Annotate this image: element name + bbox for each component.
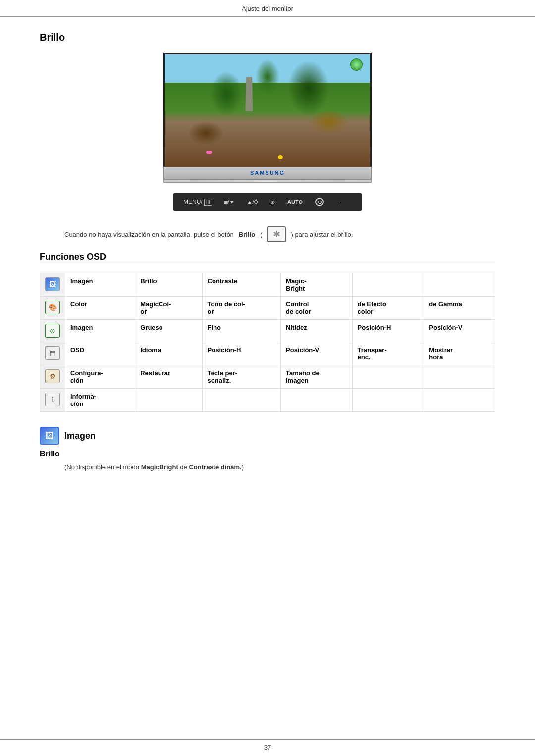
magiccol-label: MagicCol-or	[140, 301, 171, 315]
flower-pink	[206, 151, 212, 154]
row-icon-cell: ⊙	[40, 320, 65, 342]
brillo-section-title: Brillo	[40, 32, 495, 43]
fino-label: Fino	[208, 324, 221, 331]
brillo-note-before: (No disponible en el modo	[64, 463, 141, 471]
row-col4: Tamaño deimagen	[281, 365, 352, 389]
row-col5	[352, 273, 424, 297]
page-header: Ajuste del monitor	[0, 0, 535, 17]
imagen-section: 🖼 Imagen	[40, 427, 495, 445]
osd-posV-label: Posición-V	[286, 346, 319, 353]
row-col2: Grueso	[135, 320, 202, 342]
transpar-label: Transpar-enc.	[358, 346, 387, 361]
imagen-section-title: Imagen	[64, 431, 96, 441]
flower-yellow	[278, 155, 283, 159]
row-col3: Contraste	[202, 273, 280, 297]
brillo-note: (No disponible en el modo MagicBright de…	[64, 463, 495, 471]
description-paren-open: (	[260, 231, 262, 238]
color-icon: 🎨	[45, 301, 60, 314]
table-row: ℹ Informa-ción	[40, 389, 495, 412]
row-col5: de Efectocolor	[352, 297, 424, 320]
tecla-label: Tecla per-sonaliz.	[208, 369, 237, 384]
imagen-label: Imagen	[70, 277, 93, 285]
menu-icon: MENU/	[183, 199, 203, 205]
funciones-osd-title: Funciones OSD	[40, 252, 495, 265]
row-col3: Fino	[202, 320, 280, 342]
row-icon-cell: ▤	[40, 342, 65, 365]
screen-inner	[165, 54, 370, 167]
row-col3: Posición-H	[202, 342, 280, 365]
osd-icon: ▤	[45, 346, 60, 360]
page-footer: 37	[0, 739, 535, 756]
table-row: 🖼 Imagen Brillo Contraste Magic-Bright	[40, 273, 495, 297]
row-col2: Idioma	[135, 342, 202, 365]
row-col1: OSD	[65, 342, 135, 365]
row-icon-cell: 🎨	[40, 297, 65, 320]
monitor-stand	[163, 180, 372, 183]
header-title: Ajuste del monitor	[242, 5, 293, 12]
description-after: ) para ajustar el brillo.	[291, 231, 353, 238]
tono-label: Tono de col-or	[208, 301, 245, 315]
table-row: 🎨 Color MagicCol-or Tono de col-or Contr…	[40, 297, 495, 320]
grueso-label: Grueso	[140, 324, 163, 331]
row-col1: Imagen	[65, 320, 135, 342]
magic-bright-label: Magic-Bright	[286, 277, 306, 292]
efecto-label: de Efectocolor	[358, 301, 387, 315]
main-content: Brillo SAMSUNG	[0, 17, 535, 501]
samsung-logo: SAMSUNG	[250, 170, 285, 176]
monitor-screen	[163, 53, 372, 167]
bright-icon-box: ✱	[267, 226, 286, 242]
contraste-label: Contraste	[208, 277, 238, 285]
row-col5: Transpar-enc.	[352, 342, 424, 365]
table-row: ⚙ Configura-ción Restaurar Tecla per-son…	[40, 365, 495, 389]
row-col3	[202, 389, 280, 412]
row-col2	[135, 389, 202, 412]
green-circle-decoration	[350, 58, 363, 71]
config-label: Configura-ción	[70, 369, 103, 384]
row-col5: Posición-H	[352, 320, 424, 342]
row-col4: Nitidez	[281, 320, 352, 342]
description-before: Cuando no haya visualización en la panta…	[64, 231, 234, 238]
garden-background	[165, 54, 370, 167]
row-col1: Imagen	[65, 273, 135, 297]
row-col2: MagicCol-or	[135, 297, 202, 320]
info-icon: ℹ	[45, 393, 60, 406]
osd-bar-wrapper: MENU/ III ◙/▼ ▲/Ó ⊕ AUTO ⏻ −	[40, 193, 495, 211]
row-col4: Controlde color	[281, 297, 352, 320]
description-bold: Brillo	[239, 231, 255, 238]
row-col1: Informa-ción	[65, 389, 135, 412]
osd-posH-label: Posición-H	[208, 346, 241, 353]
row-col2: Restaurar	[135, 365, 202, 389]
color-label: Color	[70, 301, 87, 308]
row-col6	[424, 365, 495, 389]
row-col6: de Gamma	[424, 297, 495, 320]
osd-nav-btn1[interactable]: ◙/▼	[224, 199, 235, 205]
osd-select-btn[interactable]: ⊕	[270, 199, 275, 205]
posicion-h-label: Posición-H	[358, 324, 391, 331]
osd-label: OSD	[70, 346, 84, 353]
row-icon-cell: ⚙	[40, 365, 65, 389]
osd-menu-btn[interactable]: MENU/ III	[183, 199, 212, 206]
osd-table: 🖼 Imagen Brillo Contraste Magic-Bright 🎨…	[40, 273, 495, 412]
page-container: Ajuste del monitor Brillo SAMSUNG	[0, 0, 535, 756]
table-row: ⊙ Imagen Grueso Fino Nitidez Posición-H …	[40, 320, 495, 342]
row-col4: Posición-V	[281, 342, 352, 365]
imagen-icon-large: 🖼	[40, 427, 59, 445]
config-icon: ⚙	[45, 369, 60, 383]
row-col3: Tono de col-or	[202, 297, 280, 320]
row-col1: Configura-ción	[65, 365, 135, 389]
row-col4: Magic-Bright	[281, 273, 352, 297]
row-icon-cell: 🖼	[40, 273, 65, 297]
contraste-dinamico-bold: Contraste dinám.	[189, 463, 241, 471]
mostrar-label: Mostrarhora	[429, 346, 453, 361]
brillo-note-mid: de	[178, 463, 189, 471]
posicion-v-label: Posición-V	[429, 324, 462, 331]
restaurar-label: Restaurar	[140, 369, 170, 377]
info-label: Informa-ción	[70, 393, 96, 407]
osd-nav-btn2[interactable]: ▲/Ó	[247, 199, 259, 205]
brillo-label: Brillo	[140, 277, 157, 285]
osd-power-btn[interactable]: ⏻	[315, 198, 324, 206]
osd-auto-btn[interactable]: AUTO	[287, 199, 303, 205]
row-col3: Tecla per-sonaliz.	[202, 365, 280, 389]
row-col2: Brillo	[135, 273, 202, 297]
sun-bright-icon: ✱	[273, 229, 280, 240]
